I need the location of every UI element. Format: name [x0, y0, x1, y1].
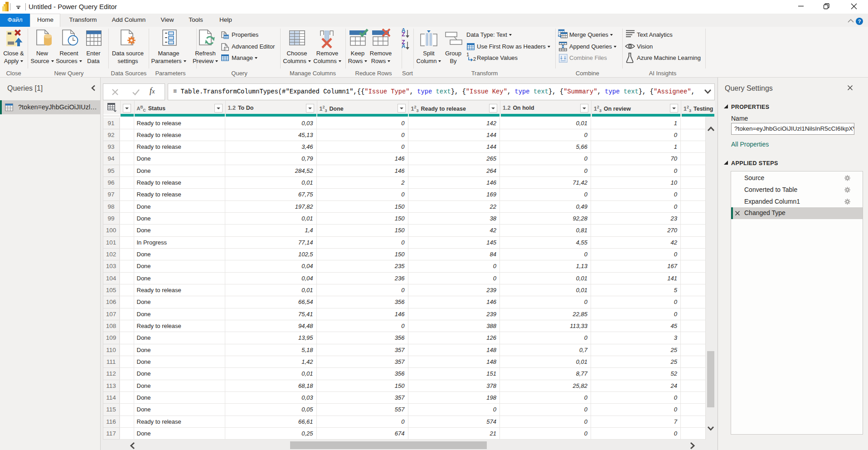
svg-text:?: ?	[858, 19, 861, 24]
